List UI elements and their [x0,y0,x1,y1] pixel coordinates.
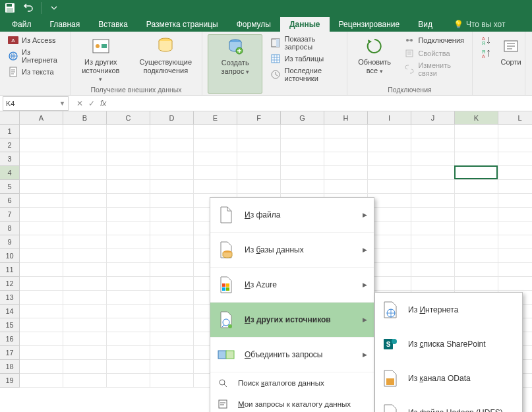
cell[interactable] [281,138,324,152]
cell[interactable] [498,277,532,291]
save-icon[interactable] [4,2,16,14]
row-header[interactable]: 12 [0,277,20,291]
cell[interactable] [150,152,194,166]
cell[interactable] [150,194,194,208]
cell[interactable] [150,360,194,374]
cell[interactable] [368,125,411,138]
cell[interactable] [455,221,498,235]
cell[interactable] [237,166,281,180]
cell[interactable] [150,305,194,318]
cell[interactable] [150,332,194,346]
column-header[interactable]: G [281,111,324,125]
cell[interactable] [107,235,150,249]
cell[interactable] [63,346,107,360]
cell[interactable] [498,208,532,221]
cell[interactable] [150,263,194,277]
cell[interactable] [237,138,281,152]
row-header[interactable]: 8 [0,221,20,235]
column-header[interactable]: E [194,111,237,125]
cell[interactable] [150,346,194,360]
tab-review[interactable]: Рецензирование [330,17,409,32]
row-header[interactable]: 13 [0,291,20,305]
cell[interactable] [455,194,498,208]
row-header[interactable]: 7 [0,208,20,221]
column-header[interactable]: C [107,111,150,125]
row-header[interactable]: 9 [0,235,20,249]
cell[interactable] [324,180,368,194]
cell[interactable] [20,305,63,318]
enter-icon[interactable]: ✓ [88,99,95,108]
cell[interactable] [368,180,411,194]
recent-sources-button[interactable]: Последние источники [268,66,341,83]
cell[interactable] [20,180,63,194]
tab-file[interactable]: Файл [3,17,41,32]
sort-desc-button[interactable]: ЯА [478,47,494,59]
row-header[interactable]: 6 [0,194,20,208]
cell[interactable] [20,346,63,360]
cell[interactable] [107,263,150,277]
fx-icon[interactable]: fx [100,99,106,108]
cell[interactable] [63,125,107,138]
menu-my-catalog-queries[interactable]: Мои запросы к каталогу данных [210,394,374,412]
cell[interactable] [63,332,107,346]
cell[interactable] [107,374,150,388]
submenu-from-hadoop[interactable]: Из файла Hadoop (HDFS) [375,396,522,412]
cell[interactable] [107,360,150,374]
cell[interactable] [194,138,237,152]
cell[interactable] [368,138,411,152]
cell[interactable] [20,360,63,374]
cell[interactable] [455,180,498,194]
cell[interactable] [455,235,498,249]
cell[interactable] [150,374,194,388]
cell[interactable] [107,166,150,180]
sort-asc-button[interactable]: АЯ [478,34,494,46]
show-queries-button[interactable]: Показать запросы [268,34,341,51]
cell[interactable] [150,125,194,138]
cell[interactable] [455,208,498,221]
cell[interactable] [498,249,532,263]
cell[interactable] [107,125,150,138]
cell[interactable] [411,235,455,249]
cell[interactable] [281,180,324,194]
cell[interactable] [63,277,107,291]
cell[interactable] [63,138,107,152]
cell[interactable] [455,125,498,138]
qat-customize-icon[interactable] [48,2,60,14]
submenu-from-odata[interactable]: Из канала OData [375,361,522,396]
cell[interactable] [20,125,63,138]
cell[interactable] [20,374,63,388]
cell[interactable] [411,249,455,263]
cell[interactable] [63,180,107,194]
cell[interactable] [237,180,281,194]
menu-from-database[interactable]: Из базы данных [210,233,374,268]
column-header[interactable]: L [498,111,532,125]
cell[interactable] [281,125,324,138]
cell[interactable] [107,138,150,152]
cell[interactable] [455,152,498,166]
tab-data[interactable]: Данные [280,17,330,32]
cell[interactable] [150,208,194,221]
cell[interactable] [20,208,63,221]
cell[interactable] [411,166,455,180]
from-web-button[interactable]: Из Интернета [5,47,65,65]
cell[interactable] [194,152,237,166]
cell[interactable] [411,180,455,194]
menu-catalog-search[interactable]: Поиск каталогов данных [210,372,374,394]
cell[interactable] [63,318,107,332]
column-header[interactable]: H [324,111,368,125]
cell[interactable] [150,138,194,152]
cell[interactable] [237,125,281,138]
row-header[interactable]: 19 [0,374,20,388]
row-header[interactable]: 1 [0,125,20,138]
cell[interactable] [411,152,455,166]
from-access-button[interactable]: A Из Access [5,34,65,46]
properties-button[interactable]: Свойства [401,47,467,59]
cell[interactable] [498,152,532,166]
row-header[interactable]: 17 [0,346,20,360]
tell-me-box[interactable]: 💡 Что вы хот [448,17,510,32]
cell[interactable] [411,221,455,235]
cell[interactable] [63,305,107,318]
cell[interactable] [20,166,63,180]
cell[interactable] [20,263,63,277]
cell[interactable] [368,166,411,180]
